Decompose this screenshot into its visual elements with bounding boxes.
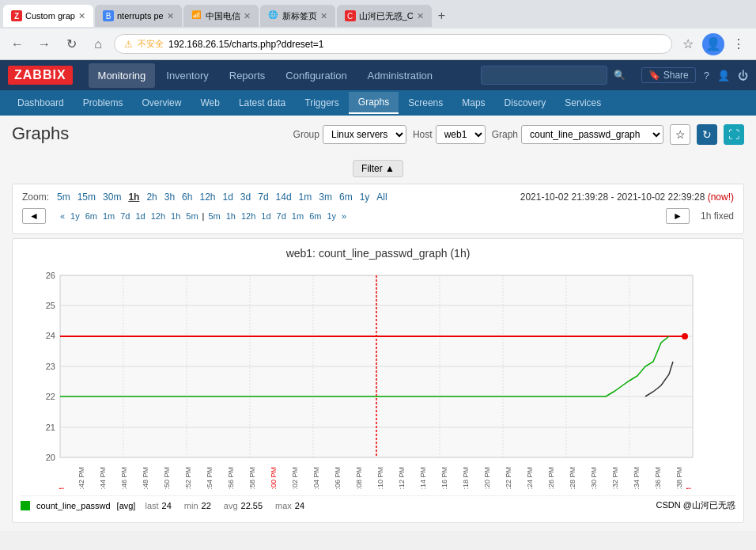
subnav-triggers[interactable]: Triggers xyxy=(295,93,349,113)
nav-12h-back[interactable]: 12h xyxy=(149,211,167,222)
logout-button[interactable]: ⏻ xyxy=(738,70,748,82)
tab-close-1[interactable]: ✕ xyxy=(78,11,85,21)
nav-7d-back[interactable]: 7d xyxy=(119,211,131,222)
subnav-dashboard[interactable]: Dashboard xyxy=(8,93,74,113)
filter-toggle[interactable]: Filter ▲ xyxy=(353,160,403,177)
nav-1m-back[interactable]: 1m xyxy=(101,211,116,222)
nav-start[interactable]: « xyxy=(59,211,66,222)
subnav-graphs[interactable]: Graphs xyxy=(349,92,399,114)
tab-3[interactable]: 📶 中国电信 ✕ xyxy=(183,5,259,27)
subnav-web[interactable]: Web xyxy=(191,93,229,113)
zoom-1h[interactable]: 1h xyxy=(126,191,142,203)
nav-1h-back[interactable]: 1h xyxy=(169,211,182,222)
reload-button[interactable]: ↻ xyxy=(60,33,82,55)
svg-text:22: 22 xyxy=(46,392,55,401)
search-icon[interactable]: 🔍 xyxy=(614,70,626,81)
nav-configuration[interactable]: Configuration xyxy=(276,63,356,88)
nav-1y-back[interactable]: 1y xyxy=(69,211,81,222)
bookmark-button[interactable]: ☆ xyxy=(677,33,699,55)
active-tab[interactable]: Z Custom grap ✕ xyxy=(3,5,93,27)
nav-1d-fwd[interactable]: 1d xyxy=(259,211,272,222)
zoom-6m[interactable]: 6m xyxy=(337,191,355,203)
zoom-1y[interactable]: 1y xyxy=(357,191,372,203)
menu-button[interactable]: ⋮ xyxy=(728,33,750,55)
svg-text:10:36 PM: 10:36 PM xyxy=(654,467,662,489)
subnav-screens[interactable]: Screens xyxy=(399,93,452,113)
address-bar[interactable]: ⚠ 不安全 xyxy=(114,34,672,54)
zoom-1d[interactable]: 1d xyxy=(221,191,236,203)
tab-close-5[interactable]: ✕ xyxy=(417,11,424,21)
help-button[interactable]: ? xyxy=(704,70,709,82)
address-input[interactable] xyxy=(168,39,662,50)
subnav-discovery[interactable]: Discovery xyxy=(495,93,556,113)
user-button[interactable]: 👤 xyxy=(717,70,730,82)
subnav-services[interactable]: Services xyxy=(555,93,610,113)
zoom-3h[interactable]: 3h xyxy=(162,191,177,203)
nav-5m-fwd[interactable]: 5m xyxy=(206,211,221,222)
nav-end[interactable]: » xyxy=(340,211,348,222)
nav-7d-fwd[interactable]: 7d xyxy=(275,211,288,222)
zoom-2h[interactable]: 2h xyxy=(144,191,159,203)
group-select[interactable]: Linux servers xyxy=(323,125,406,144)
nav-1d-back[interactable]: 1d xyxy=(134,211,146,222)
nav-reports[interactable]: Reports xyxy=(220,63,275,88)
zoom-30m[interactable]: 30m xyxy=(100,191,123,203)
security-icon: ⚠ xyxy=(124,39,133,50)
back-button[interactable]: ← xyxy=(6,33,28,55)
share-button[interactable]: 🔖 Share xyxy=(641,67,696,83)
fixed-label: 1h fixed xyxy=(701,211,734,222)
refresh-button[interactable]: ↻ xyxy=(697,124,717,145)
search-input[interactable] xyxy=(481,66,607,85)
zoom-7d[interactable]: 7d xyxy=(255,191,270,203)
graph-select[interactable]: count_line_passwd_graph xyxy=(521,125,663,144)
filter-controls: Group Linux servers Host web1 Graph coun… xyxy=(293,124,744,145)
subnav-problems[interactable]: Problems xyxy=(74,93,133,113)
nav-administration[interactable]: Administration xyxy=(358,63,442,88)
nav-1m-fwd[interactable]: 1m xyxy=(290,211,305,222)
time-separator: - xyxy=(611,192,617,203)
nav-1y-fwd[interactable]: 1y xyxy=(325,211,338,222)
nav-monitoring[interactable]: Monitoring xyxy=(89,63,156,88)
zoom-3d[interactable]: 3d xyxy=(238,191,253,203)
subnav-overview[interactable]: Overview xyxy=(132,93,191,113)
svg-text:10:12 PM: 10:12 PM xyxy=(398,467,406,489)
zoom-6h[interactable]: 6h xyxy=(180,191,195,203)
profile-button[interactable]: 👤 xyxy=(702,33,724,55)
zoom-all[interactable]: All xyxy=(374,191,389,203)
zoom-1m[interactable]: 1m xyxy=(297,191,315,203)
prev-button[interactable]: ◄ xyxy=(22,208,46,224)
tab-close-4[interactable]: ✕ xyxy=(320,11,327,21)
forward-button[interactable]: → xyxy=(33,33,55,55)
svg-text:09:50 PM: 09:50 PM xyxy=(163,467,171,489)
host-select[interactable]: web1 xyxy=(436,125,486,144)
home-button[interactable]: ⌂ xyxy=(87,33,109,55)
zoom-12h[interactable]: 12h xyxy=(197,191,217,203)
zoom-5m[interactable]: 5m xyxy=(55,191,73,203)
security-label: 不安全 xyxy=(138,38,164,50)
zoom-3m[interactable]: 3m xyxy=(316,191,335,203)
tab-2[interactable]: B nterrupts pe ✕ xyxy=(95,5,182,27)
tab-close-2[interactable]: ✕ xyxy=(167,11,174,21)
tab-4[interactable]: 🌐 新标签页 ✕ xyxy=(260,5,335,27)
svg-text:10:06 PM: 10:06 PM xyxy=(334,467,342,489)
nav-6m-back[interactable]: 6m xyxy=(84,211,99,222)
svg-text:10:00 PM: 10:00 PM xyxy=(270,467,278,489)
new-tab-button[interactable]: + xyxy=(433,9,450,23)
svg-text:09:48 PM: 09:48 PM xyxy=(142,467,149,489)
nav-12h-fwd[interactable]: 12h xyxy=(240,211,257,222)
subnav-maps[interactable]: Maps xyxy=(452,93,494,113)
zoom-14d[interactable]: 14d xyxy=(274,191,294,203)
nav-5m-back[interactable]: 5m xyxy=(184,211,199,222)
favorite-button[interactable]: ☆ xyxy=(670,124,690,145)
nav-inventory[interactable]: Inventory xyxy=(157,63,217,88)
fullscreen-button[interactable]: ⛶ xyxy=(724,124,744,145)
nav-1h-fwd[interactable]: 1h xyxy=(225,211,237,222)
zoom-15m[interactable]: 15m xyxy=(75,191,98,203)
next-button[interactable]: ► xyxy=(666,208,690,224)
tab-close-3[interactable]: ✕ xyxy=(244,11,251,21)
subnav-latest-data[interactable]: Latest data xyxy=(229,93,295,113)
bookmark-icon: 🔖 xyxy=(648,70,660,81)
nav-6m-fwd[interactable]: 6m xyxy=(308,211,323,222)
graph-area: 26 25 24 23 22 21 20 xyxy=(21,267,735,514)
tab-5[interactable]: C 山河已无惑_C ✕ xyxy=(337,5,432,27)
